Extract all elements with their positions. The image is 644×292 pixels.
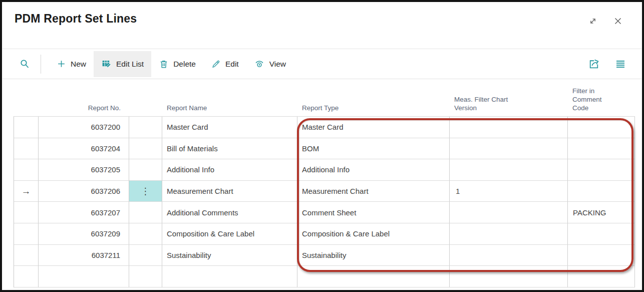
cell-meas-filter-chart-version[interactable] bbox=[450, 117, 568, 138]
cell-report-type[interactable]: BOM bbox=[297, 138, 450, 160]
cell-report-no[interactable]: 6037205 bbox=[39, 159, 129, 181]
cell-report-name[interactable] bbox=[162, 266, 297, 287]
new-button[interactable]: New bbox=[49, 51, 94, 77]
cell-report-name[interactable]: Composition & Care Label bbox=[162, 223, 297, 245]
table-row[interactable]: 6037207 Additional Comments Comment Shee… bbox=[14, 202, 635, 223]
pdm-report-set-lines-dialog: PDM Report Set Lines bbox=[0, 0, 644, 292]
row-menu-cell[interactable] bbox=[129, 266, 162, 287]
cell-report-type[interactable]: Sustainability bbox=[297, 245, 450, 266]
row-menu-cell[interactable] bbox=[129, 117, 162, 138]
cell-report-name[interactable]: Measurement Chart bbox=[162, 181, 297, 202]
cell-filter-in-comment-code[interactable] bbox=[568, 159, 635, 181]
table-body: 6037200 Master Card Master Card 6037204 … bbox=[14, 116, 635, 287]
edit-list-button-label: Edit List bbox=[116, 60, 144, 69]
cell-filter-in-comment-code[interactable] bbox=[568, 266, 635, 287]
cell-filter-in-comment-code[interactable] bbox=[568, 223, 635, 245]
toolbar-right-group bbox=[585, 49, 629, 79]
cell-report-type[interactable]: Measurement Chart bbox=[297, 181, 450, 202]
cell-report-name[interactable]: Sustainability bbox=[162, 245, 297, 266]
toolbar-divider bbox=[41, 55, 41, 74]
cell-report-name[interactable]: Master Card bbox=[162, 117, 297, 138]
row-menu-cell[interactable] bbox=[129, 223, 162, 245]
close-button[interactable] bbox=[609, 13, 626, 29]
cell-filter-in-comment-code[interactable] bbox=[568, 245, 635, 266]
row-menu-cell[interactable] bbox=[129, 245, 162, 266]
row-menu-cell-active[interactable]: ⋮ bbox=[129, 181, 162, 202]
cell-report-name[interactable]: Additional Info bbox=[162, 159, 297, 181]
row-menu-cell[interactable] bbox=[129, 138, 162, 160]
header-row-menu bbox=[129, 79, 162, 116]
cell-filter-in-comment-code[interactable] bbox=[568, 117, 635, 138]
header-selector bbox=[14, 79, 39, 116]
cell-meas-filter-chart-version[interactable] bbox=[450, 138, 568, 160]
table-row-empty[interactable] bbox=[14, 266, 635, 287]
eye-icon bbox=[254, 59, 265, 70]
cell-report-name[interactable]: Bill of Materials bbox=[162, 138, 297, 160]
cell-meas-filter-chart-version[interactable] bbox=[450, 223, 568, 245]
plus-icon bbox=[57, 59, 66, 69]
cell-report-type[interactable]: Additional Info bbox=[297, 159, 450, 181]
row-selector-cell[interactable] bbox=[14, 117, 39, 138]
header-report-no[interactable]: Report No. bbox=[39, 79, 129, 116]
page-title: PDM Report Set Lines bbox=[15, 12, 137, 26]
row-selector-cell[interactable] bbox=[14, 202, 39, 223]
cell-report-no[interactable]: 6037211 bbox=[39, 245, 129, 266]
cell-meas-filter-chart-version[interactable]: 1 bbox=[450, 181, 568, 202]
cell-report-type[interactable]: Composition & Care Label bbox=[297, 223, 450, 245]
cell-report-name[interactable]: Additional Comments bbox=[162, 202, 297, 223]
edit-button[interactable]: Edit bbox=[203, 51, 246, 77]
cell-report-no[interactable] bbox=[39, 266, 129, 287]
table-row[interactable]: 6037205 Additional Info Additional Info bbox=[14, 159, 635, 181]
row-selector-cell[interactable] bbox=[14, 138, 39, 160]
cell-filter-in-comment-code[interactable]: PACKING bbox=[568, 202, 635, 223]
search-button[interactable] bbox=[16, 55, 34, 73]
row-selector-cell[interactable] bbox=[14, 159, 39, 181]
diagonal-resize-icon bbox=[587, 16, 598, 27]
table-row[interactable]: 6037200 Master Card Master Card bbox=[14, 117, 635, 138]
table-row-selected[interactable]: → 6037206 ⋮ Measurement Chart Measuremen… bbox=[14, 181, 635, 202]
header-report-name[interactable]: Report Name bbox=[162, 79, 297, 116]
table-header-row: Report No. Report Name Report Type Meas.… bbox=[14, 79, 635, 116]
header-meas-filter-chart-version[interactable]: Meas. Filter Chart Version bbox=[450, 79, 568, 116]
list-lines-icon bbox=[614, 58, 626, 70]
cell-filter-in-comment-code[interactable] bbox=[568, 181, 635, 202]
cell-report-type[interactable]: Master Card bbox=[297, 117, 450, 138]
cell-filter-in-comment-code[interactable] bbox=[568, 138, 635, 160]
table-row[interactable]: 6037211 Sustainability Sustainability bbox=[14, 245, 635, 266]
expand-button[interactable] bbox=[584, 13, 601, 29]
table-row[interactable]: 6037204 Bill of Materials BOM bbox=[14, 138, 635, 160]
search-icon bbox=[19, 58, 31, 70]
cell-report-no[interactable]: 6037204 bbox=[39, 138, 129, 160]
cell-meas-filter-chart-version[interactable] bbox=[450, 159, 568, 181]
delete-button[interactable]: Delete bbox=[151, 51, 203, 77]
row-menu-cell[interactable] bbox=[129, 159, 162, 181]
row-selector-cell[interactable] bbox=[14, 245, 39, 266]
title-bar: PDM Report Set Lines bbox=[3, 0, 641, 49]
new-button-label: New bbox=[71, 60, 86, 69]
table-row[interactable]: 6037209 Composition & Care Label Composi… bbox=[14, 223, 635, 245]
edit-list-button[interactable]: Edit List bbox=[94, 51, 151, 77]
share-button[interactable] bbox=[585, 55, 603, 73]
row-selector-cell[interactable]: → bbox=[14, 181, 39, 202]
row-menu-cell[interactable] bbox=[129, 202, 162, 223]
row-selector-cell[interactable] bbox=[14, 266, 39, 287]
view-button[interactable]: View bbox=[246, 51, 293, 77]
row-selector-cell[interactable] bbox=[14, 223, 39, 245]
list-options-button[interactable] bbox=[611, 55, 629, 73]
header-filter-in-comment-code[interactable]: Filter in Comment Code bbox=[568, 79, 635, 116]
edit-list-icon bbox=[101, 59, 112, 69]
cell-meas-filter-chart-version[interactable] bbox=[450, 266, 568, 287]
delete-button-label: Delete bbox=[173, 60, 196, 69]
cell-report-no[interactable]: 6037206 bbox=[39, 181, 129, 202]
cell-report-no[interactable]: 6037207 bbox=[39, 202, 129, 223]
cell-report-type[interactable] bbox=[297, 266, 450, 287]
action-toolbar: New Edit List Delete bbox=[3, 49, 641, 79]
cell-report-no[interactable]: 6037200 bbox=[39, 117, 129, 138]
cell-report-type[interactable]: Comment Sheet bbox=[297, 202, 450, 223]
header-report-type[interactable]: Report Type bbox=[297, 79, 450, 116]
current-row-arrow-icon: → bbox=[22, 186, 31, 196]
cell-report-no[interactable]: 6037209 bbox=[39, 223, 129, 245]
share-icon bbox=[588, 58, 600, 70]
cell-meas-filter-chart-version[interactable] bbox=[450, 202, 568, 223]
cell-meas-filter-chart-version[interactable] bbox=[450, 245, 568, 266]
